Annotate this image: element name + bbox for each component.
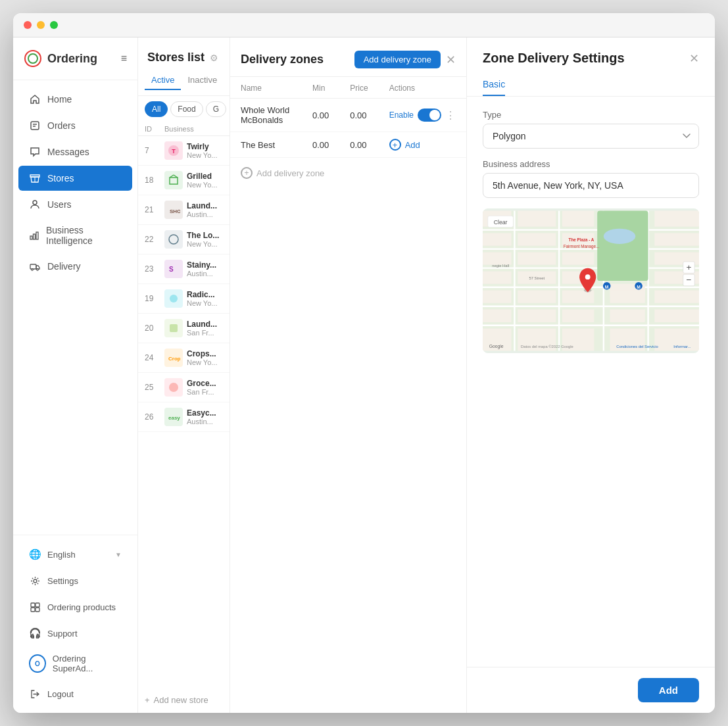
sidebar-item-support[interactable]: 🎧 Support xyxy=(18,621,132,646)
svg-text:Condiciones del Servicio: Condiciones del Servicio xyxy=(616,345,658,349)
sidebar-item-bi-label: Business Intelligence xyxy=(46,225,122,246)
svg-rect-54 xyxy=(654,211,699,227)
store-row[interactable]: 26 easy Easyc... Austin... xyxy=(138,402,230,432)
sidebar-item-home-label: Home xyxy=(47,94,72,105)
store-row[interactable]: 21 SHOP Laund... Austin... xyxy=(138,195,230,225)
sidebar-nav: Home Orders Messages xyxy=(13,80,137,535)
add-delivery-zone-row[interactable]: + Add delivery zone xyxy=(230,158,466,188)
svg-text:M: M xyxy=(605,285,609,289)
svg-point-44 xyxy=(604,229,635,244)
add-zone-final-button[interactable]: Add xyxy=(638,678,699,702)
store-row[interactable]: 22 The Lo... New Yo... xyxy=(138,225,230,254)
svg-point-12 xyxy=(32,269,34,271)
sidebar-item-logout[interactable]: Logout xyxy=(18,681,132,706)
sidebar-item-superad[interactable]: O Ordering SuperAd... xyxy=(18,647,132,680)
chevron-down-icon: ▼ xyxy=(115,551,122,558)
sidebar-item-messages[interactable]: Messages xyxy=(18,139,132,164)
svg-text:Google: Google xyxy=(489,344,504,349)
logout-icon xyxy=(29,688,41,700)
type-select[interactable]: Polygon Circle Custom xyxy=(483,124,699,149)
sidebar-item-users[interactable]: Users xyxy=(18,192,132,217)
stores-table-header: ID Business xyxy=(138,122,230,136)
svg-point-1 xyxy=(28,54,37,63)
svg-point-0 xyxy=(25,51,41,66)
store-row[interactable]: 19 Radic... New Yo... xyxy=(138,284,230,314)
svg-point-14 xyxy=(34,579,37,583)
main-window: Ordering ≡ Home Orders xyxy=(13,13,715,713)
zone-settings-title: Zone Delivery Settings xyxy=(483,51,625,66)
orders-icon xyxy=(29,120,41,132)
svg-point-7 xyxy=(33,201,37,205)
sidebar-item-delivery[interactable]: Delivery xyxy=(18,254,132,279)
svg-rect-63 xyxy=(518,291,556,303)
address-input[interactable] xyxy=(483,173,699,198)
chip-g[interactable]: G xyxy=(206,101,226,117)
svg-text:M: M xyxy=(637,285,641,289)
zone-toggle-on[interactable] xyxy=(418,109,441,122)
delivery-icon xyxy=(29,260,41,272)
add-store-button[interactable]: + Add new store xyxy=(138,687,230,713)
svg-rect-49 xyxy=(518,233,556,245)
more-options-icon[interactable]: ⋮ xyxy=(445,109,456,122)
sidebar-item-users-label: Users xyxy=(47,199,72,210)
store-row[interactable]: 25 Groce... San Fr... xyxy=(138,373,230,402)
svg-rect-57 xyxy=(483,271,512,283)
tab-active[interactable]: Active xyxy=(145,71,181,90)
svg-point-30 xyxy=(169,383,178,392)
sidebar-item-stores[interactable]: Stores xyxy=(18,166,132,191)
tab-inactive[interactable]: Inactive xyxy=(181,71,224,90)
store-row[interactable]: 7 T Twirly New Yo... xyxy=(138,136,230,166)
delivery-panel: Delivery zones Add delivery zone ✕ Name … xyxy=(230,37,467,713)
sidebar-item-ordering-products[interactable]: Ordering products xyxy=(18,594,132,619)
avatar: O xyxy=(29,654,46,673)
add-delivery-zone-button[interactable]: Add delivery zone xyxy=(354,51,441,68)
store-row[interactable]: 23 S Stainy... Austin... xyxy=(138,254,230,284)
ordering-products-icon xyxy=(29,601,41,613)
zone-price-cell: 0.00 xyxy=(339,132,378,158)
svg-text:Datos del mapa ©2022 Google: Datos del mapa ©2022 Google xyxy=(521,345,573,349)
zone-name-cell: The Best xyxy=(230,132,302,158)
svg-rect-69 xyxy=(562,310,594,322)
svg-text:Crop: Crop xyxy=(168,356,180,362)
sidebar-toggle-button[interactable]: ≡ xyxy=(121,53,127,64)
zone-min-cell: 0.00 xyxy=(302,99,339,132)
store-row[interactable]: 24 Crop Crops... New Yo... xyxy=(138,343,230,373)
store-row[interactable]: 20 Laund... San Fr... xyxy=(138,314,230,343)
svg-text:Clear: Clear xyxy=(494,219,508,226)
col-header-business: Business xyxy=(164,125,223,133)
stores-settings-icon[interactable]: ⚙ xyxy=(210,53,218,63)
store-row[interactable]: 18 Grilled New Yo... xyxy=(138,166,230,195)
sidebar-item-orders[interactable]: Orders xyxy=(18,113,132,138)
store-logo: Crop xyxy=(164,349,183,367)
tab-basic[interactable]: Basic xyxy=(483,74,505,96)
zone-row: Whole World McBonalds 0.00 0.00 Enable ⋮ xyxy=(230,99,466,132)
users-icon xyxy=(29,199,41,210)
stores-header: Stores list ⚙ xyxy=(138,37,230,71)
sidebar-item-english[interactable]: 🌐 English ▼ xyxy=(18,542,132,567)
close-zone-settings-button[interactable]: ✕ xyxy=(689,53,699,64)
sidebar-item-business-intelligence[interactable]: Business Intelligence xyxy=(18,218,132,253)
svg-point-80 xyxy=(585,274,591,279)
svg-rect-18 xyxy=(36,608,39,612)
store-logo xyxy=(164,289,183,308)
svg-text:57 Street: 57 Street xyxy=(529,276,545,280)
add-icon: + xyxy=(389,139,401,151)
svg-rect-71 xyxy=(654,310,699,322)
svg-rect-3 xyxy=(31,122,39,130)
sidebar-item-settings-label: Settings xyxy=(47,576,78,586)
sidebar-item-home[interactable]: Home xyxy=(18,87,132,112)
store-logo xyxy=(164,171,183,189)
logo: Ordering xyxy=(24,49,97,68)
zones-table: Name Min Price Actions Whole World McBon… xyxy=(230,77,466,158)
maximize-traffic-light[interactable] xyxy=(50,21,58,29)
close-delivery-panel-button[interactable]: ✕ xyxy=(446,54,456,66)
chip-all[interactable]: All xyxy=(145,101,168,117)
minimize-traffic-light[interactable] xyxy=(37,21,45,29)
svg-rect-16 xyxy=(36,603,39,607)
sidebar-item-settings[interactable]: Settings xyxy=(18,568,132,593)
type-label: Type xyxy=(483,110,699,120)
chip-food[interactable]: Food xyxy=(170,101,203,117)
stores-icon xyxy=(29,172,41,184)
close-traffic-light[interactable] xyxy=(24,21,32,29)
svg-rect-15 xyxy=(31,603,35,607)
